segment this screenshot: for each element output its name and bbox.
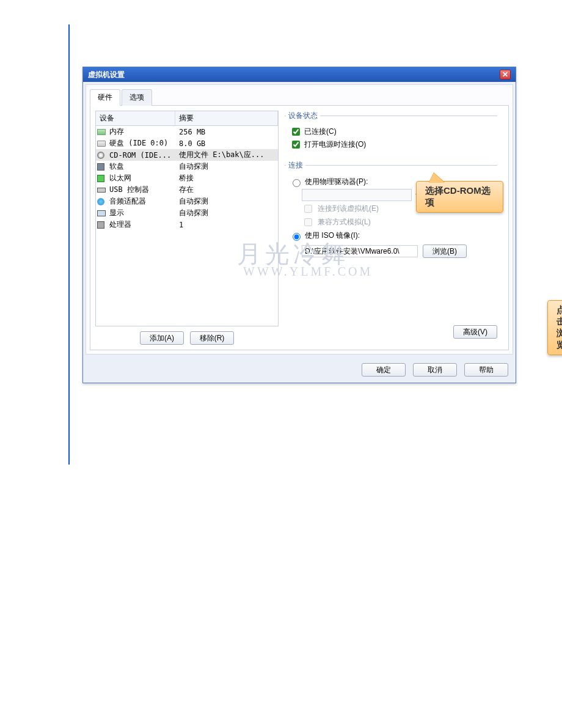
vm-settings-window: 虚拟机设置 ✕ 硬件 选项 月光冷舞 WWW.YLMF.COM 设备 摘要 (82, 67, 516, 383)
callout-click-browse: 点击浏览 (547, 300, 562, 355)
device-name: 硬盘 (IDE 0:0) (109, 138, 179, 149)
connect-to-vm-label: 连接到该虚拟机(E) (318, 204, 379, 214)
window-title: 虚拟机设置 (88, 70, 125, 80)
device-summary: 自动探测 (179, 196, 277, 207)
client-area: 硬件 选项 月光冷舞 WWW.YLMF.COM 设备 摘要 内存 (86, 84, 513, 355)
device-row-cdrom[interactable]: CD-ROM (IDE... 使用文件 E:\bak\应... (96, 149, 278, 161)
floppy-icon (97, 163, 104, 171)
callout-tail-icon (429, 173, 445, 183)
device-row-memory[interactable]: 内存 256 MB (96, 126, 278, 138)
device-summary: 自动探测 (179, 208, 277, 218)
device-name: 音频适配器 (109, 196, 179, 207)
display-icon (97, 210, 106, 216)
group-title-status: 设备状态 (286, 111, 320, 121)
callout-select-cdrom: 选择CD-ROM选项 (416, 181, 503, 213)
device-row-usb[interactable]: USB 控制器 存在 (96, 184, 278, 196)
add-device-button[interactable]: 添加(A) (140, 331, 184, 345)
device-name: USB 控制器 (109, 185, 179, 195)
ok-button[interactable]: 确定 (362, 363, 406, 377)
device-name: 内存 (109, 127, 179, 137)
col-device: 设备 (96, 111, 175, 125)
disk-icon (97, 141, 106, 147)
help-button[interactable]: 帮助 (464, 363, 508, 377)
connect-poweron-label: 打开电源时连接(O) (304, 139, 366, 150)
use-physical-radio[interactable] (293, 179, 301, 187)
left-panel: 设备 摘要 内存 256 MB 硬盘 (IDE 0:0) 8.0 GB (95, 111, 279, 345)
tab-options[interactable]: 选项 (122, 89, 152, 106)
audio-icon (97, 198, 104, 205)
connected-checkbox[interactable] (292, 128, 300, 136)
device-name: 以太网 (109, 173, 179, 183)
device-row-cpu[interactable]: 处理器 1 (96, 219, 278, 230)
device-list-header: 设备 摘要 (96, 111, 278, 126)
tabstrip: 硬件 选项 (90, 89, 509, 106)
device-summary: 桥接 (179, 173, 277, 183)
connected-checkbox-row[interactable]: 已连接(C) (290, 126, 496, 138)
tab-hardware[interactable]: 硬件 (90, 89, 120, 106)
device-name: 软盘 (109, 161, 179, 172)
right-panel: 设备状态 已连接(C) 打开电源时连接(O) 连接 使用物理驱动器(P): (279, 111, 503, 345)
cpu-icon (97, 221, 104, 229)
advanced-button[interactable]: 高级(V) (453, 325, 497, 339)
close-icon: ✕ (502, 71, 508, 78)
device-summary: 8.0 GB (179, 139, 277, 148)
usb-icon (97, 188, 106, 193)
cancel-button[interactable]: 取消 (413, 363, 457, 377)
connect-poweron-checkbox-row[interactable]: 打开电源时连接(O) (290, 139, 496, 150)
device-name: CD-ROM (IDE... (109, 151, 179, 160)
iso-path-row: 浏览(B) (302, 245, 496, 258)
callout-text: 点击浏览 (557, 304, 562, 350)
compat-mode-checkbox (304, 218, 312, 226)
remove-device-button[interactable]: 移除(R) (190, 331, 234, 345)
tab-label: 选项 (130, 93, 144, 101)
device-buttons: 添加(A) 移除(R) (95, 331, 279, 345)
use-iso-label: 使用 ISO 镜像(I): (305, 230, 360, 241)
close-button[interactable]: ✕ (500, 70, 511, 79)
device-name: 处理器 (109, 219, 179, 230)
advanced-button-row: 高级(V) (453, 325, 497, 339)
compat-mode-row: 兼容方式模拟(L) (302, 216, 496, 228)
group-title-connection: 连接 (286, 160, 305, 171)
memory-icon (97, 129, 106, 135)
titlebar: 虚拟机设置 ✕ (83, 67, 516, 82)
cdrom-icon (97, 152, 104, 159)
page-left-accent (68, 24, 70, 465)
physical-drive-combo (302, 189, 412, 201)
device-list[interactable]: 设备 摘要 内存 256 MB 硬盘 (IDE 0:0) 8.0 GB (95, 111, 279, 326)
tab-label: 硬件 (98, 93, 112, 101)
device-summary: 使用文件 E:\bak\应... (179, 150, 277, 160)
callout-text: 选择CD-ROM选项 (425, 185, 491, 207)
dialog-button-bar: 确定 取消 帮助 (83, 357, 516, 383)
device-row-audio[interactable]: 音频适配器 自动探测 (96, 196, 278, 207)
ethernet-icon (97, 175, 104, 182)
device-status-group: 设备状态 已连接(C) 打开电源时连接(O) (285, 111, 497, 154)
device-summary: 1 (179, 221, 277, 229)
device-summary: 256 MB (179, 128, 277, 136)
connected-label: 已连接(C) (304, 127, 337, 137)
device-summary: 存在 (179, 185, 277, 195)
iso-path-input[interactable] (302, 245, 418, 257)
device-row-ethernet[interactable]: 以太网 桥接 (96, 172, 278, 184)
connect-poweron-checkbox[interactable] (292, 141, 300, 149)
device-row-floppy[interactable]: 软盘 自动探测 (96, 161, 278, 172)
device-row-disk[interactable]: 硬盘 (IDE 0:0) 8.0 GB (96, 138, 278, 149)
col-summary: 摘要 (175, 111, 278, 125)
use-iso-radio-row[interactable]: 使用 ISO 镜像(I): (290, 230, 496, 241)
device-row-display[interactable]: 显示 自动探测 (96, 207, 278, 219)
device-name: 显示 (109, 208, 179, 218)
tab-body-hardware: 月光冷舞 WWW.YLMF.COM 设备 摘要 内存 256 MB (90, 106, 509, 350)
browse-button[interactable]: 浏览(B) (423, 245, 467, 258)
compat-mode-label: 兼容方式模拟(L) (318, 217, 371, 227)
connect-to-vm-checkbox (304, 205, 312, 213)
use-iso-radio[interactable] (293, 233, 301, 241)
use-physical-label: 使用物理驱动器(P): (305, 177, 368, 187)
device-summary: 自动探测 (179, 161, 277, 172)
